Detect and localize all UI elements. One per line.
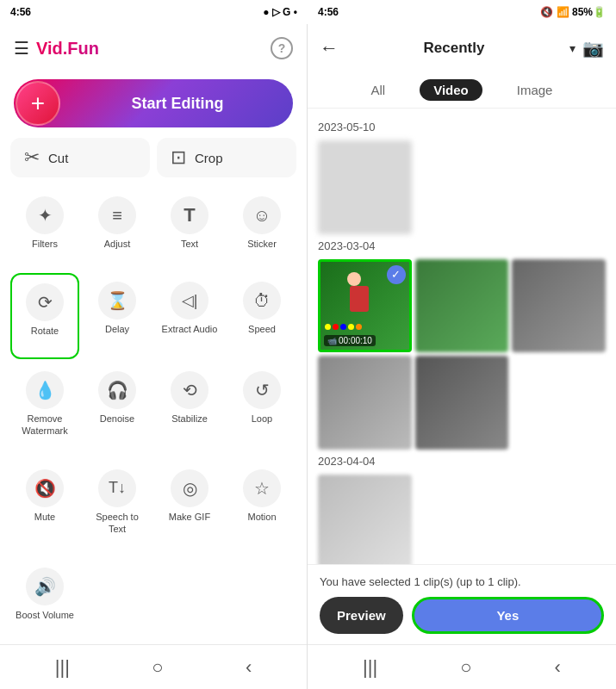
cut-tool[interactable]: ✂ Cut [10,138,150,177]
text-icon: T [171,196,208,234]
stabilize-label: Stabilize [171,413,208,425]
empty-slot [512,475,606,564]
status-icons-left: ● ▷ G • [263,6,297,18]
nav-back-right[interactable]: ‹ [555,656,561,679]
media-thumb[interactable] [318,140,412,234]
rotate-icon: ⟳ [26,283,64,321]
extract-audio-tool[interactable]: ◁| Extract Audio [155,273,224,358]
media-row-2023-03-04-2 [318,356,606,450]
loop-label: Loop [252,413,272,425]
motion-icon: ☆ [243,469,281,507]
menu-icon[interactable]: ☰ [14,38,29,59]
rotate-label: Rotate [31,325,59,337]
time-right: 4:56 [318,6,339,18]
empty-slot [512,356,606,450]
tab-image[interactable]: Image [503,79,567,101]
nav-home-right[interactable]: ○ [460,656,471,679]
media-thumb-2[interactable] [415,259,509,353]
delay-label: Delay [105,323,129,335]
filters-label: Filters [32,238,58,250]
right-panel: 4:56 🔇 📶 85%🔋 ← Recently ▾ 📷 All Video I… [308,0,616,689]
text-tool[interactable]: T Text [155,188,224,270]
speed-tool[interactable]: ⏱ Speed [227,273,296,358]
time-left: 4:56 [10,6,31,18]
plus-icon: + [16,81,60,126]
filters-icon: ✦ [26,196,64,234]
cut-label: Cut [48,151,68,165]
person-body [350,286,369,312]
media-thumb-6[interactable] [318,475,412,564]
nav-menu-left[interactable]: ||| [55,656,70,679]
dropdown-icon[interactable]: ▾ [569,41,576,55]
left-header: ☰ Vid.Fun ? [0,24,307,72]
filter-tabs: All Video Image [308,72,616,109]
remove-watermark-label: Remove Watermark [14,413,76,438]
adjust-tool[interactable]: ≡ Adjust [83,188,152,270]
speed-label: Speed [248,323,276,335]
text-label: Text [181,238,198,250]
make-gif-tool[interactable]: ◎ Make GIF [155,461,224,556]
denoise-tool[interactable]: 🎧 Denoise [83,363,152,457]
speech-to-text-tool[interactable]: T↓ Speech to Text [83,461,152,556]
left-panel: 4:56 ● ▷ G • ☰ Vid.Fun ? + Start Editing… [0,0,308,689]
crop-icon: ⊡ [171,146,186,169]
camera-icon[interactable]: 📷 [582,38,604,59]
media-thumb-4[interactable] [318,356,412,450]
tools-grid: ✦ Filters ≡ Adjust T Text ☺ Sticker ⟳ Ro… [0,184,307,644]
media-thumb-5[interactable] [415,356,509,450]
speech-to-text-label: Speech to Text [86,511,148,536]
selection-info: You have selected 1 clip(s) (up to 1 cli… [320,575,604,588]
remove-watermark-tool[interactable]: 💧 Remove Watermark [10,363,79,457]
quick-tools: ✂ Cut ⊡ Crop [0,138,307,184]
nav-back-left[interactable]: ‹ [246,656,252,679]
status-bar-left: 4:56 ● ▷ G • [0,0,308,24]
make-gif-icon: ◎ [171,469,208,507]
stabilize-tool[interactable]: ⟲ Stabilize [155,363,224,457]
make-gif-label: Make GIF [169,511,210,523]
adjust-icon: ≡ [98,196,136,234]
logo: Vid.Fun [36,39,271,59]
status-icons-right: 🔇 📶 85%🔋 [540,6,606,18]
nav-home-left[interactable]: ○ [152,656,163,679]
sticker-tool[interactable]: ☺ Sticker [227,188,296,270]
extract-audio-label: Extract Audio [162,323,218,335]
nav-menu-right[interactable]: ||| [363,656,377,679]
crop-label: Crop [195,151,223,165]
help-button[interactable]: ? [271,37,293,59]
billiard-row [325,324,404,331]
loop-tool[interactable]: ↺ Loop [227,363,296,457]
mute-tool[interactable]: 🔇 Mute [10,461,79,556]
rotate-tool[interactable]: ⟳ Rotate [10,273,79,358]
check-badge: ✓ [387,265,406,284]
media-thumb-3[interactable] [512,259,606,353]
start-editing-button[interactable]: + Start Editing [14,79,293,127]
extract-audio-icon: ◁| [171,282,208,320]
yes-button[interactable]: Yes [412,597,604,634]
date-2023-03-04: 2023-03-04 [318,239,606,252]
boost-volume-icon: 🔊 [26,568,64,605]
speech-to-text-icon: T↓ [98,469,136,507]
crop-tool[interactable]: ⊡ Crop [157,138,296,177]
selected-video-thumb[interactable]: ✓ 📹 00:00:10 [318,259,412,353]
duration-badge: 📹 00:00:10 [324,335,376,346]
sticker-icon: ☺ [243,196,281,234]
date-2023-04-04: 2023-04-04 [318,455,606,468]
delay-icon: ⌛ [98,282,136,320]
tab-video[interactable]: Video [420,79,482,101]
sticker-label: Sticker [247,238,277,250]
preview-button[interactable]: Preview [320,597,403,634]
back-button[interactable]: ← [320,37,339,59]
recently-label: Recently [345,40,563,57]
loop-icon: ↺ [243,371,281,409]
empty-slot [512,140,606,234]
bottom-nav-right: ||| ○ ‹ [308,644,616,689]
speed-icon: ⏱ [243,282,281,320]
motion-tool[interactable]: ☆ Motion [227,461,296,556]
media-row-2023-03-04: ✓ 📹 00:00:10 [318,259,606,353]
tab-all[interactable]: All [358,79,400,101]
denoise-icon: 🎧 [98,371,136,409]
delay-tool[interactable]: ⌛ Delay [83,273,152,358]
filters-tool[interactable]: ✦ Filters [10,188,79,270]
boost-volume-tool[interactable]: 🔊 Boost Volume [10,559,79,641]
mute-icon: 🔇 [26,469,64,507]
